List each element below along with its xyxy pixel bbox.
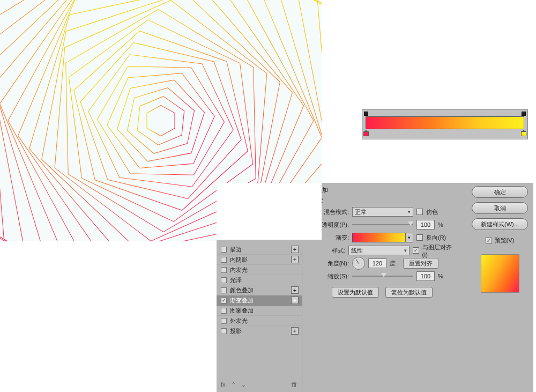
styles-list: 描边+内阴影+内发光光泽颜色叠加+渐变叠加+图案叠加外发光投影+ fx ⌃ ⌄ … [217,245,302,392]
add-instance-button[interactable]: + [291,246,299,253]
dialog-right-column: 确定 取消 新建样式(W)... 预览(V) [472,186,528,293]
style-checkbox[interactable] [221,247,227,253]
style-row-3[interactable]: 光泽 [217,275,302,285]
add-instance-button[interactable]: + [291,327,299,335]
style-select[interactable]: 线性▾ [348,246,410,255]
scale-unit: % [438,273,443,279]
color-stop-right[interactable] [521,130,526,136]
arrow-down-icon[interactable]: ⌄ [241,381,246,388]
reset-align-button[interactable]: 重置对齐 [403,258,438,269]
style-label: 渐变叠加 [230,297,254,305]
style-label: 内阴影 [230,256,248,264]
style-checkbox[interactable] [221,277,227,283]
gradient-editor[interactable] [362,109,528,139]
gradient-picker[interactable]: ▾ [352,233,413,242]
preview-label: 预览(V) [495,236,515,245]
ok-button[interactable]: 确定 [472,186,528,198]
align-layer-label: 与图层对齐(I) [422,243,454,258]
reverse-checkbox[interactable] [416,234,423,241]
style-checkbox[interactable] [221,308,227,314]
align-layer-checkbox[interactable] [413,247,419,254]
add-instance-button[interactable]: + [291,256,299,263]
chevron-down-icon: ▾ [408,209,411,215]
style-label: 图案叠加 [230,307,254,315]
style-label: 描边 [230,246,242,254]
style-row-1[interactable]: 内阴影+ [217,255,302,265]
angle-label: 角度(N): [310,260,349,268]
angle-dial[interactable] [352,257,365,270]
reset-default-button[interactable]: 复位为默认值 [385,287,433,298]
dither-checkbox[interactable] [416,209,423,215]
style-label: 颜色叠加 [230,286,254,294]
reverse-label: 反向(R) [426,234,446,242]
style-checkbox[interactable] [221,298,227,304]
style-checkbox[interactable] [221,318,227,324]
chevron-down-icon: ▾ [404,248,407,253]
opacity-input[interactable]: 100 [416,220,435,230]
style-row-5[interactable]: 渐变叠加+ [217,295,302,306]
styles-footer: fx ⌃ ⌄ 🗑 [217,377,302,392]
layer-style-dialog: 描边+内阴影+内发光光泽颜色叠加+渐变叠加+图案叠加外发光投影+ fx ⌃ ⌄ … [217,183,533,392]
scale-slider[interactable] [352,273,413,279]
section-title-1: 变叠加 [310,186,454,194]
chevron-down-icon: ▾ [405,233,413,242]
style-row-2[interactable]: 内发光 [217,265,302,275]
style-row-4[interactable]: 颜色叠加+ [217,285,302,295]
section-title-2: 新变 [311,196,454,204]
new-style-button[interactable]: 新建样式(W)... [472,218,528,230]
trash-icon[interactable]: 🗑 [291,381,297,388]
style-row-6[interactable]: 图案叠加 [217,306,302,316]
set-default-button[interactable]: 设置为默认值 [332,287,379,298]
style-checkbox[interactable] [221,257,227,263]
opacity-slider[interactable] [352,221,413,228]
style-label: 外发光 [230,317,248,325]
fx-label: fx [221,381,226,388]
gradient-bar[interactable] [366,116,524,129]
angle-input[interactable]: 120 [368,258,386,268]
opacity-stop-left[interactable] [364,112,368,116]
style-checkbox[interactable] [221,267,227,273]
blend-mode-select[interactable]: 正常▾ [352,207,413,217]
cancel-button[interactable]: 取消 [472,202,528,214]
style-label: 投影 [230,327,242,335]
scale-input[interactable]: 100 [416,271,435,281]
opacity-unit: % [438,221,443,228]
color-stop-left[interactable] [363,130,369,136]
gradient-overlay-settings: 变叠加 新变 混合模式: 正常▾ 仿色 不透明度(P): 100 % 渐变: ▾… [310,186,454,298]
arrow-up-icon[interactable]: ⌃ [231,381,236,388]
style-label: 内发光 [230,266,248,274]
style-label: 样式: [310,247,345,255]
style-row-7[interactable]: 外发光 [217,316,302,326]
style-row-8[interactable]: 投影+ [217,326,302,336]
dither-label: 仿色 [426,208,438,216]
add-instance-button[interactable]: + [291,286,299,294]
preview-checkbox[interactable] [486,238,492,244]
angle-unit: 度 [390,260,396,268]
style-label: 光泽 [230,276,242,284]
blend-mode-value: 正常 [355,208,367,216]
style-checkbox[interactable] [221,328,227,334]
opacity-stop-right[interactable] [522,112,526,116]
preview-swatch [481,254,519,293]
scale-label: 缩放(S): [310,272,349,280]
style-checkbox[interactable] [221,287,227,293]
style-row-0[interactable]: 描边+ [217,245,302,255]
add-instance-button[interactable]: + [291,297,299,304]
style-value: 线性 [351,247,363,255]
